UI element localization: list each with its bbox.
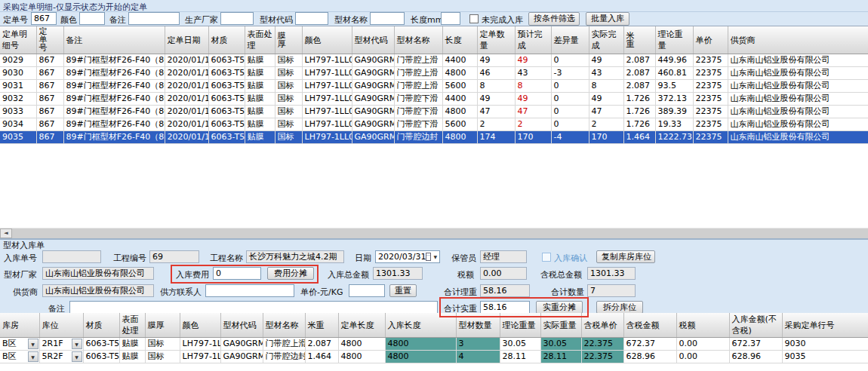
keeper-input[interactable] [480,250,527,263]
inbound-row[interactable]: B区▼2R1F▼6063-T5贴膜国标LH797-1LL0GA90GRM03门带… [0,338,868,351]
order-cell[interactable]: 6063-T5 [208,67,245,80]
order-cell[interactable]: 19.33 [655,118,693,131]
order-cell[interactable]: 2020/01/13 [165,67,208,80]
fee-input[interactable] [213,267,261,280]
scroll-left-icon[interactable]: ◄ [0,228,12,238]
manufacturer-input[interactable] [220,12,254,25]
inbound-cell[interactable]: 672.37 [729,338,782,351]
order-cell[interactable]: 46 [477,67,515,80]
inbound-cell[interactable]: 30.05 [540,338,581,351]
supplier-contact-input[interactable] [205,284,294,297]
order-cell[interactable]: 867 [36,106,63,118]
order-cell[interactable]: 9033 [0,106,36,118]
order-cell[interactable]: 4400 [442,54,477,67]
order-cell[interactable]: 867 [36,54,63,67]
order-cell[interactable]: 0 [551,80,589,93]
order-cell[interactable]: 国标 [275,118,302,131]
order-cell[interactable]: 门带腔下滑 [394,93,442,106]
order-cell[interactable]: GA90GRM03 [352,54,394,67]
date-dropdown-icon[interactable]: ▼ [433,254,437,259]
order-cell[interactable]: 449.96 [655,54,693,67]
order-cell[interactable]: 山东南山铝业股份有限公司 [728,93,868,106]
order-row[interactable]: 903386789#门框型材F26-F40（866+867）2020/01/13… [0,106,868,118]
profile-name-input[interactable] [370,12,405,25]
order-cell[interactable]: 170 [515,131,551,144]
order-cell[interactable]: 389.39 [655,106,693,118]
order-cell[interactable]: GA90GRM03 [352,67,394,80]
total-with-tax-input[interactable] [587,267,636,280]
fee-share-button[interactable]: 费用分摊 [267,267,314,280]
inbound-cell[interactable]: 4800 [385,338,456,351]
filter-by-condition-button[interactable]: 按条件筛选 [528,12,580,26]
inbound-row[interactable]: B区▼5R2F▼6063-T5贴膜国标LH797-1LL0GA90GRM05门带… [0,351,868,363]
inbound-cell[interactable]: 6063-T5 [83,338,119,351]
order-cell[interactable]: 2 [477,118,515,131]
reset-button[interactable]: 重置 [389,284,417,297]
order-cell[interactable]: 6063-T5 [208,54,245,67]
order-cell[interactable]: 国标 [275,131,302,144]
order-cell[interactable]: 0 [551,118,589,131]
order-cell[interactable]: 47 [589,106,623,118]
order-cell[interactable]: 6063-T5 [208,118,245,131]
order-cell[interactable]: 89#门框型材F26-F40（866+867） [63,80,165,93]
inbound-cell[interactable]: 国标 [145,338,180,351]
inbound-cell[interactable]: 门带腔上滑 [263,338,305,351]
order-cell[interactable]: 门带腔上滑 [394,80,442,93]
order-cell[interactable]: 8 [515,80,551,93]
inbound-cell[interactable]: B区▼ [0,351,39,363]
order-cell[interactable]: 460.81 [655,67,693,80]
inbound-cell[interactable]: 28.11 [540,351,581,363]
total-actual-input[interactable] [480,301,530,314]
order-cell[interactable]: 49 [515,93,551,106]
supplier-input[interactable] [42,284,154,297]
order-cell[interactable]: 6063-T5 [208,80,245,93]
inbound-cell[interactable]: 5R2F▼ [39,351,83,363]
order-cell[interactable]: LH797-1LL0 [302,67,352,80]
order-cell[interactable]: 贴膜 [245,80,275,93]
order-row[interactable]: 903186789#门框型材F26-F40（866+867）2020/01/13… [0,80,868,93]
order-cell[interactable]: 贴膜 [245,67,275,80]
order-row[interactable]: 903586789#门框型材F26-F40（866+867）2020/01/13… [0,131,868,144]
order-cell[interactable]: 43 [589,67,623,80]
order-row[interactable]: 903486789#门框型材F26-F40（866+867）2020/01/13… [0,118,868,131]
order-no-input[interactable] [31,12,57,25]
order-cell[interactable]: 0 [551,54,589,67]
order-cell[interactable]: 国标 [275,93,302,106]
order-cell[interactable]: 5600 [442,80,477,93]
order-cell[interactable]: 4800 [442,131,477,144]
inbound-cell[interactable]: 22.375 [581,338,623,351]
profile-code-input[interactable] [295,12,328,25]
inbound-confirm-checkbox[interactable] [542,253,551,262]
order-cell[interactable]: 0 [551,93,589,106]
order-cell[interactable]: 6063-T5 [208,93,245,106]
copy-location-button[interactable]: 复制库房库位 [596,250,655,263]
order-cell[interactable]: 22375 [693,106,728,118]
inbound-cell[interactable]: 1.464 [305,351,338,363]
inbound-cell[interactable]: 9035 [782,351,868,363]
order-cell[interactable]: LH797-1LL0 [302,54,352,67]
order-cell[interactable]: 867 [36,80,63,93]
inbound-cell[interactable]: 4800 [338,338,385,351]
batch-inbound-button[interactable]: 批量入库 [586,12,629,26]
order-cell[interactable]: 9029 [0,54,36,67]
order-cell[interactable]: 国标 [275,67,302,80]
order-cell[interactable]: 372.13 [655,93,693,106]
inbound-cell[interactable]: 国标 [145,351,180,363]
order-cell[interactable]: 47 [477,106,515,118]
order-cell[interactable]: -4 [551,131,589,144]
order-row[interactable]: 903086789#门框型材F26-F40（866+867）2020/01/13… [0,67,868,80]
order-cell[interactable]: LH797-1LL0 [302,93,352,106]
scrollbar-track[interactable] [12,228,868,238]
order-cell[interactable]: 9031 [0,80,36,93]
order-cell[interactable]: 174 [477,131,515,144]
order-cell[interactable]: 山东南山铝业股份有限公司 [728,118,868,131]
project-name-input[interactable]: 长沙万科魅力之城4.2期 [246,250,344,263]
order-cell[interactable]: 1222.73 [655,131,693,144]
inbound-cell[interactable]: 0.00 [676,351,729,363]
order-cell[interactable]: 43 [515,67,551,80]
inbound-cell[interactable]: B区▼ [0,338,39,351]
order-cell[interactable]: 2.087 [623,54,655,67]
order-cell[interactable]: 贴膜 [245,131,275,144]
split-location-button[interactable]: 拆分库位 [596,301,643,314]
inbound-cell[interactable]: GA90GRM03 [220,338,263,351]
